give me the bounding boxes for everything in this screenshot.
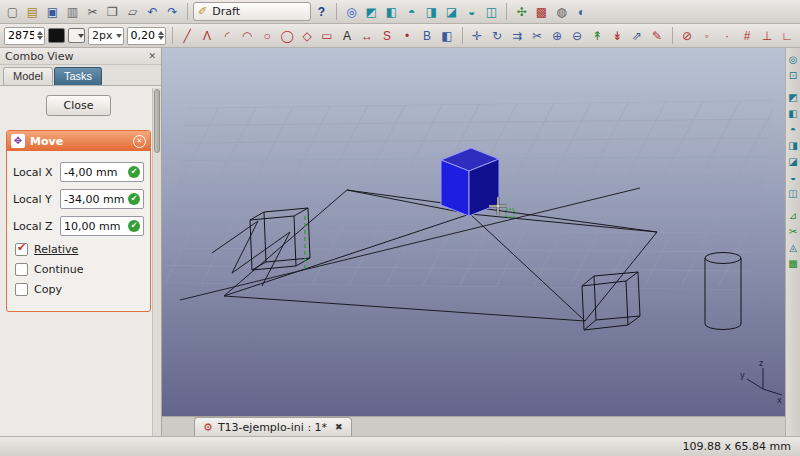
draft-value-field[interactable] — [4, 27, 45, 45]
tab-tasks[interactable]: Tasks — [54, 67, 102, 85]
copy-checkbox-row[interactable]: Copy — [15, 283, 142, 296]
polygon-tool-icon[interactable]: ◇ — [298, 26, 317, 46]
rt-front-view-icon[interactable]: ◧ — [787, 107, 800, 120]
dimension-tool-icon[interactable]: ↔ — [358, 26, 377, 46]
shapestring-tool-icon[interactable]: B — [418, 26, 437, 46]
zoom-fit-icon[interactable]: ◎ — [342, 2, 361, 22]
offset-tool-icon[interactable]: ⇉ — [508, 26, 527, 46]
line-tool-icon[interactable]: ╱ — [178, 26, 197, 46]
3d-viewport[interactable]: z x y — [162, 48, 785, 416]
task-dismiss-icon[interactable]: ✕ — [133, 135, 146, 148]
texture-view-icon[interactable]: ▩ — [532, 2, 551, 22]
split-tool-icon[interactable]: ⊖ — [568, 26, 587, 46]
redo-icon[interactable]: ↷ — [163, 2, 182, 22]
width-combo-arrow[interactable] — [116, 31, 122, 41]
rectangle-tool-icon[interactable]: ▭ — [318, 26, 337, 46]
document-tab-close-icon[interactable]: ✖ — [332, 422, 343, 432]
copy-icon[interactable]: ❐ — [103, 2, 122, 22]
top-view-icon[interactable]: ◓ — [402, 2, 421, 22]
continue-checkbox-row[interactable]: Continue — [15, 263, 142, 276]
continue-checkbox[interactable] — [15, 263, 28, 276]
combo-view-titlebar[interactable]: Combo View ✕ — [0, 48, 161, 65]
downgrade-tool-icon[interactable]: ↡ — [608, 26, 627, 46]
fillet-tool-icon[interactable]: ◜ — [218, 26, 237, 46]
join-tool-icon[interactable]: ⊕ — [548, 26, 567, 46]
workbench-selector[interactable]: ✐ Draft — [193, 2, 311, 21]
line-width-combo[interactable]: 2px — [88, 27, 124, 45]
text-scale-field[interactable] — [127, 27, 166, 45]
point-tool-icon[interactable]: • — [398, 26, 417, 46]
wireframe-box-right[interactable] — [582, 272, 640, 330]
print-icon[interactable]: ▥ — [63, 2, 82, 22]
arc-tool-icon[interactable]: ◠ — [238, 26, 257, 46]
scale-spin-arrows[interactable] — [158, 28, 164, 43]
panel-scrollbar[interactable] — [152, 88, 161, 436]
polyline-tool-icon[interactable]: Λ — [198, 26, 217, 46]
text-tool-icon[interactable]: A — [338, 26, 357, 46]
rt-rear-view-icon[interactable]: ◪ — [787, 155, 800, 168]
rt-axonometric-icon[interactable]: ◩ — [787, 91, 800, 104]
measure-distance-icon[interactable]: ✣ — [512, 2, 531, 22]
combo-spin-arrows[interactable] — [300, 6, 306, 17]
snap-endpoint-icon[interactable]: ◦ — [698, 26, 717, 46]
wireframe-construction-line[interactable] — [180, 188, 640, 300]
new-document-icon[interactable]: ▢ — [3, 2, 22, 22]
save-icon[interactable]: ▣ — [43, 2, 62, 22]
cut-icon[interactable]: ✂ — [83, 2, 102, 22]
rotate-tool-icon[interactable]: ↻ — [488, 26, 507, 46]
draw-style-icon[interactable]: ◍ — [552, 2, 571, 22]
document-tab[interactable]: ⚙ T13-ejemplo-ini : 1* ✖ — [194, 417, 352, 436]
local-y-input[interactable] — [61, 193, 128, 206]
move-tool-icon[interactable]: ✛ — [468, 26, 487, 46]
rt-zoom-fit-icon[interactable]: ◎ — [787, 53, 800, 66]
trim-tool-icon[interactable]: ✂ — [528, 26, 547, 46]
scale-tool-icon[interactable]: ⇗ — [628, 26, 647, 46]
tab-model[interactable]: Model — [3, 67, 53, 85]
open-document-icon[interactable]: ▤ — [23, 2, 42, 22]
stereo-view-icon[interactable]: ◐ — [572, 2, 591, 22]
text-scale-input[interactable] — [128, 29, 158, 42]
local-z-input[interactable] — [61, 220, 128, 233]
left-view-icon[interactable]: ◫ — [482, 2, 501, 22]
right-view-icon[interactable]: ◨ — [422, 2, 441, 22]
undo-icon[interactable]: ↶ — [143, 2, 162, 22]
upgrade-tool-icon[interactable]: ↟ — [588, 26, 607, 46]
rt-left-view-icon[interactable]: ◫ — [787, 187, 800, 200]
ellipse-tool-icon[interactable]: ◯ — [278, 26, 297, 46]
snap-lock-icon[interactable]: ⊘ — [678, 26, 697, 46]
local-x-input[interactable] — [61, 166, 128, 179]
wireframe-cylinder[interactable] — [705, 253, 741, 330]
rt-measure-icon[interactable]: ⊿ — [787, 209, 800, 222]
front-view-icon[interactable]: ◧ — [382, 2, 401, 22]
value-spin-arrows[interactable] — [37, 28, 43, 43]
rt-bottom-view-icon[interactable]: ◒ — [787, 171, 800, 184]
snap-midpoint-icon[interactable]: · — [718, 26, 737, 46]
task-close-button[interactable]: Close — [46, 95, 112, 116]
rt-perspective-icon[interactable]: ◬ — [787, 241, 800, 254]
axonometric-view-icon[interactable]: ◩ — [362, 2, 381, 22]
bspline-tool-icon[interactable]: S — [378, 26, 397, 46]
rt-clip-plane-icon[interactable]: ✂ — [787, 225, 800, 238]
rt-top-view-icon[interactable]: ◓ — [787, 123, 800, 136]
draft-value-input[interactable] — [5, 29, 37, 42]
bottom-view-icon[interactable]: ◒ — [462, 2, 481, 22]
snap-ortho-icon[interactable]: ∟ — [778, 26, 797, 46]
rt-zoom-box-icon[interactable]: ⊡ — [787, 69, 800, 82]
rt-texture-icon[interactable]: ▩ — [787, 257, 800, 270]
facebinder-tool-icon[interactable]: ◧ — [438, 26, 457, 46]
whats-this-icon[interactable]: ? — [312, 2, 331, 22]
line-color-swatch[interactable] — [48, 28, 65, 43]
panel-close-icon[interactable]: ✕ — [148, 51, 156, 61]
snap-perpendicular-icon[interactable]: ⊥ — [758, 26, 777, 46]
copy-checkbox[interactable] — [15, 283, 28, 296]
rt-right-view-icon[interactable]: ◨ — [787, 139, 800, 152]
relative-checkbox[interactable] — [15, 243, 28, 256]
paste-icon[interactable]: ▱ — [123, 2, 142, 22]
face-color-swatch[interactable] — [68, 28, 85, 43]
circle-tool-icon[interactable]: ○ — [258, 26, 277, 46]
snap-grid-icon[interactable]: # — [738, 26, 757, 46]
panel-scrollbar-thumb[interactable] — [154, 89, 160, 153]
relative-checkbox-row[interactable]: Relative — [15, 243, 142, 256]
rear-view-icon[interactable]: ◪ — [442, 2, 461, 22]
edit-tool-icon[interactable]: ✎ — [648, 26, 667, 46]
